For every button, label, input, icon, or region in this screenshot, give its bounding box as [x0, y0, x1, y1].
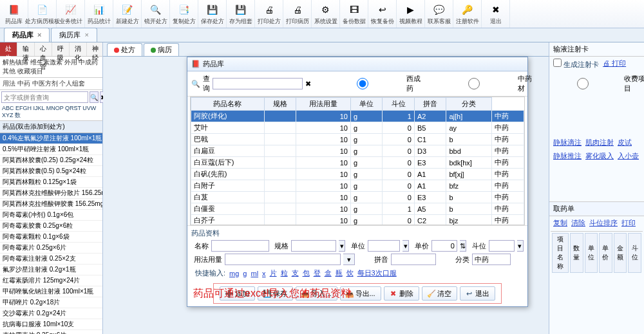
pinyin-input[interactable]: [391, 254, 436, 265]
take-action[interactable]: 斗位排序: [589, 218, 618, 228]
grid-row[interactable]: 白附子10g0A1bfz中药: [191, 180, 524, 192]
grid-row[interactable]: 白扁豆10g0D3bbd中药: [191, 145, 524, 157]
left-subtab[interactable]: 消化: [70, 42, 87, 56]
grid-col-header[interactable]: 拼音: [414, 98, 446, 111]
drug-list-row[interactable]: 阿奇霉素颗粒 0.1g×6袋: [0, 232, 102, 243]
grid-row[interactable]: 艾叶10g0B5ay中药: [191, 122, 524, 134]
grid-col-header[interactable]: 斗位: [383, 98, 414, 111]
take-action[interactable]: 复制: [553, 218, 567, 228]
drug-list-row[interactable]: 阿莫西林克拉维酸钾胶囊 156.25mg×18片: [0, 199, 102, 210]
toolbar-button[interactable]: ✖退出: [482, 0, 510, 28]
spec-dropdown[interactable]: ▾: [339, 240, 345, 252]
drug-list-row[interactable]: 阿奇霉素(冲剂) 0.1g×6包: [0, 210, 102, 221]
app-tab[interactable]: 病历库×: [51, 28, 97, 42]
injection-link[interactable]: 肌肉注射: [585, 138, 614, 147]
quick-link[interactable]: 粒: [281, 268, 288, 278]
grid-row[interactable]: 白矾(先煎)10g0A1bf[xj]中药: [191, 169, 524, 180]
toolbar-button[interactable]: 🖨打印病历: [283, 0, 312, 28]
grid-row[interactable]: 巴戟10g0C1b中药: [191, 134, 524, 145]
injection-link[interactable]: 皮试: [618, 138, 632, 147]
name-input[interactable]: [211, 240, 269, 252]
toolbar-button[interactable]: 📊药品统计: [85, 0, 113, 28]
quick-link[interactable]: x: [262, 270, 266, 277]
center-tab[interactable]: 处方: [107, 43, 142, 56]
injection-link[interactable]: 雾化吸入: [585, 151, 614, 161]
grid-col-header[interactable]: 规格: [264, 98, 296, 111]
search-icon[interactable]: 🔍: [90, 91, 99, 103]
toolbar-button[interactable]: 🖨打印处方: [255, 0, 283, 28]
quick-link[interactable]: g: [243, 270, 247, 277]
dou-input[interactable]: [489, 240, 515, 252]
drug-list-row[interactable]: 0.4%左氧氟沙星注射液 100ml×1瓶: [0, 133, 102, 144]
search-icon[interactable]: 🔍: [191, 80, 200, 88]
injection-link[interactable]: 静脉滴注: [553, 138, 582, 147]
toolbar-button[interactable]: 📕药品库: [0, 0, 28, 28]
drug-list-row[interactable]: 阿莫西林胶囊(0.25) 0.25g×24粒: [0, 155, 102, 166]
take-action[interactable]: 清除: [571, 218, 585, 228]
category-radio[interactable]: 中药材: [431, 74, 536, 93]
toolbar-button[interactable]: ⚙系统设置: [312, 0, 340, 28]
drug-list-row[interactable]: 阿奇霉素注射液 0.25×2支: [0, 254, 102, 264]
toolbar-button[interactable]: 💬联系客服: [425, 0, 453, 28]
left-subtab[interactable]: 心血管: [35, 42, 52, 56]
quick-link[interactable]: mg: [229, 270, 239, 277]
left-subtabs-2[interactable]: 解热镇痛 维生素激素 外用 中成药 其他 收藏项目: [0, 57, 102, 78]
drug-list-row[interactable]: 克拉霉素片 0.25g×6片: [0, 330, 102, 334]
grid-col-header[interactable]: 单位: [350, 98, 382, 111]
injection-link[interactable]: 入小壶: [618, 151, 639, 161]
alpha-index[interactable]: ABC EFGH IJKL MNOP QRST UVW XYZ 数: [0, 104, 102, 121]
take-action[interactable]: 打印: [621, 218, 636, 228]
drug-list-row[interactable]: 甲硝唑片 0.2g×18片: [0, 297, 102, 308]
grid-row[interactable]: 白豆蔻(后下)10g0E3bdk[hx]中药: [191, 157, 524, 169]
toolbar-button[interactable]: 💾保存处方: [198, 0, 227, 28]
grid-row[interactable]: 白僵蚕10g1A5b中药: [191, 203, 524, 215]
drug-list-row[interactable]: 交沙霉素片 0.2g×24片: [0, 308, 102, 319]
left-subtab[interactable]: 呼吸: [52, 42, 70, 56]
toolbar-button[interactable]: 📈业务统计: [57, 0, 85, 28]
grid-col-header[interactable]: 药品名称: [191, 98, 265, 111]
drug-list-row[interactable]: 0.5%甲硝唑注射液 100ml×1瓶: [0, 144, 102, 155]
toolbar-button[interactable]: 📝新建处方: [113, 0, 142, 28]
class-input[interactable]: [472, 254, 511, 265]
left-subtab[interactable]: 输液: [17, 42, 35, 56]
quick-link[interactable]: 支: [292, 268, 299, 278]
category-radio[interactable]: 西成药: [320, 74, 425, 93]
toolbar-button[interactable]: 📑复制处方: [170, 0, 198, 28]
dialog-button[interactable]: ↩退出: [460, 286, 495, 301]
drug-list-row[interactable]: 阿莫西林颗粒 0.125g×1袋: [0, 177, 102, 188]
grid-col-header[interactable]: 分类: [446, 98, 492, 111]
toolbar-button[interactable]: ▶视频教程: [397, 0, 425, 28]
toolbar-button[interactable]: 💾存为组套: [227, 0, 255, 28]
close-icon[interactable]: ×: [84, 31, 88, 39]
quick-link[interactable]: 每日3次口服: [357, 268, 397, 278]
app-tab[interactable]: 药品库×: [4, 28, 50, 42]
quick-link[interactable]: 片: [270, 268, 277, 278]
price-input[interactable]: [431, 240, 457, 252]
toolbar-button[interactable]: 📄处方病历模板: [28, 0, 57, 28]
unit-dropdown[interactable]: ▾: [402, 240, 409, 252]
drug-list-row[interactable]: 红霉素肠溶片 125mg×24片: [0, 275, 102, 286]
close-icon[interactable]: ×: [37, 31, 41, 39]
quick-link[interactable]: 饮: [346, 268, 354, 278]
drug-list-row[interactable]: 阿奇霉素胶囊 0.25g×6粒: [0, 221, 102, 232]
dialog-button[interactable]: 🧹清空: [422, 286, 457, 301]
right-action[interactable]: 🖨 打印: [603, 59, 626, 70]
drug-list-row[interactable]: 甲硝唑氯化钠注射液 100ml×1瓶: [0, 286, 102, 297]
grid-row[interactable]: 白芨10g0E3b中药: [191, 192, 524, 203]
dialog-search-input[interactable]: [213, 78, 303, 89]
drug-list-row[interactable]: 抗病毒口服液 10ml×10支: [0, 319, 102, 330]
quick-link[interactable]: ml: [251, 270, 258, 277]
quick-link[interactable]: 盒: [325, 268, 332, 278]
drug-grid-wrapper[interactable]: 药品名称规格用法用量单位斗位拼音分类 阿胶(烊化)10g1A2aj[h]中药艾叶…: [190, 97, 525, 225]
usage-input[interactable]: [225, 254, 341, 265]
left-subtab[interactable]: 神经: [87, 42, 104, 56]
spec-input[interactable]: [291, 240, 336, 252]
grid-row[interactable]: 白芥子10g0C2bjz中药: [191, 215, 524, 226]
toolbar-button[interactable]: 🔑注册软件: [453, 0, 482, 28]
toolbar-button[interactable]: ↩恢复备份: [368, 0, 397, 28]
left-search-input[interactable]: [1, 91, 88, 103]
grid-col-header[interactable]: 用法用量: [296, 98, 351, 111]
usage-dropdown[interactable]: ▾: [343, 254, 355, 265]
quick-link[interactable]: 瓶: [336, 268, 343, 278]
price-stepper[interactable]: ⇅: [460, 240, 466, 252]
